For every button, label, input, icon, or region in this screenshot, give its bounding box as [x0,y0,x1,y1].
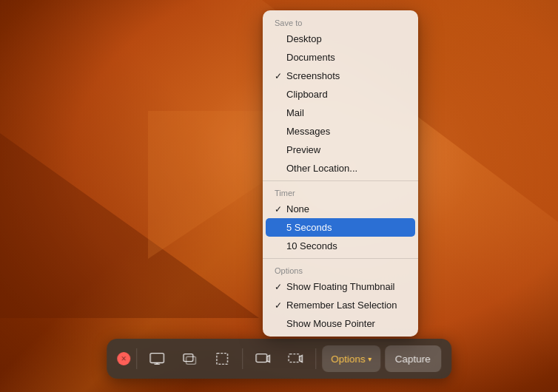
checkmark-none: ✓ [275,204,285,214]
menu-item-desktop[interactable]: Desktop [263,30,418,48]
svg-rect-6 [256,354,267,362]
menu-item-documents-label: Documents [286,52,406,63]
menu-item-preview-label: Preview [286,144,406,155]
menu-item-mouse-pointer[interactable]: Show Mouse Pointer [263,314,418,333]
separator-1 [136,348,137,369]
record-screen-icon [255,351,271,367]
record-screen-button[interactable] [249,345,277,373]
capture-window-button[interactable] [175,345,204,373]
divider-1 [263,180,418,181]
menu-item-floating-thumbnail-label: Show Floating Thumbnail [286,281,406,292]
capture-button[interactable]: Capture [385,345,441,372]
capture-screen-icon [149,351,165,367]
separator-3 [315,348,316,369]
svg-rect-0 [150,354,164,363]
menu-item-documents[interactable]: Documents [263,48,418,67]
menu-item-remember-selection-label: Remember Last Selection [286,300,406,311]
checkmark-documents [275,53,285,63]
record-selection-button[interactable] [281,345,309,373]
checkmark-floating-thumbnail: ✓ [275,282,285,292]
options-chevron-icon: ▾ [368,355,372,363]
menu-item-other-label: Other Location... [286,163,406,174]
menu-item-clipboard-label: Clipboard [286,89,406,100]
checkmark-5sec [275,223,285,233]
svg-marker-7 [267,355,270,362]
checkmark-mouse-pointer [275,319,285,329]
close-button[interactable] [117,352,130,365]
checkmark-10sec [275,241,285,251]
checkmark-clipboard [275,89,285,100]
capture-button-label: Capture [395,354,431,365]
menu-item-screenshots-label: Screenshots [286,70,406,81]
menu-item-none[interactable]: ✓ None [263,200,418,218]
menu-item-mail-label: Mail [286,107,406,118]
checkmark-desktop [275,34,285,44]
options-label: Options [263,262,418,277]
svg-rect-3 [184,354,193,362]
menu-item-other[interactable]: Other Location... [263,159,418,178]
menu-item-mail[interactable]: Mail [263,104,418,122]
svg-rect-4 [186,356,196,364]
capture-selection-button[interactable] [208,345,236,373]
menu-item-5sec-label: 5 Seconds [286,222,406,233]
checkmark-remember-selection: ✓ [275,300,285,311]
menu-item-10sec[interactable]: 10 Seconds [263,237,418,255]
menu-item-floating-thumbnail[interactable]: ✓ Show Floating Thumbnail [263,277,418,296]
checkmark-other [275,163,285,174]
menu-item-5sec[interactable]: 5 Seconds [266,218,415,237]
capture-screen-button[interactable] [143,345,171,373]
svg-rect-5 [217,354,228,365]
timer-label: Timer [263,184,418,200]
menu-item-mouse-pointer-label: Show Mouse Pointer [286,318,406,329]
svg-marker-9 [300,355,303,362]
checkmark-preview [275,145,285,155]
menu-item-preview[interactable]: Preview [263,141,418,159]
menu-item-messages[interactable]: Messages [263,122,418,141]
menu-item-none-label: None [286,203,406,214]
menu-item-remember-selection[interactable]: ✓ Remember Last Selection [263,296,418,314]
capture-window-icon [181,351,198,367]
options-button[interactable]: Options ▾ [322,345,380,372]
menu-item-10sec-label: 10 Seconds [286,240,406,251]
separator-2 [242,348,243,369]
save-to-label: Save to [263,14,418,30]
screenshot-toolbar: Options ▾ Capture [107,339,451,379]
svg-rect-8 [289,354,300,362]
divider-2 [263,258,418,259]
checkmark-screenshots: ✓ [275,71,285,81]
menu-item-clipboard[interactable]: Clipboard [263,85,418,104]
menu-item-screenshots[interactable]: ✓ Screenshots [263,67,418,85]
menu-item-desktop-label: Desktop [286,33,406,44]
options-button-label: Options [331,354,366,365]
capture-selection-icon [214,351,230,367]
record-selection-icon [287,351,303,367]
menu-item-messages-label: Messages [286,126,406,137]
context-menu: Save to Desktop Documents ✓ Screenshots … [263,10,418,337]
checkmark-messages [275,126,285,137]
checkmark-mail [275,108,285,118]
